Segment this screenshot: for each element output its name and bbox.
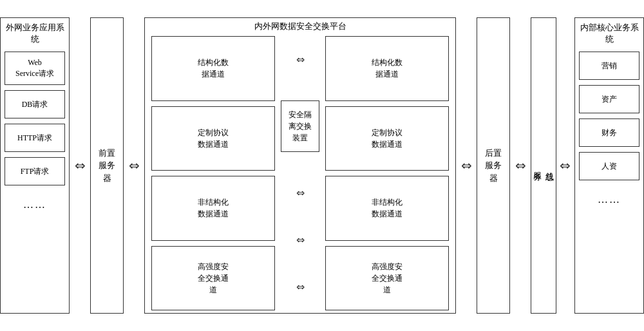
- arrow-ch1: ⇔: [296, 187, 305, 199]
- arrow-front-to-platform: ⇔: [125, 158, 143, 173]
- security-device: 安全隔离交换装置: [281, 100, 319, 152]
- left-channels: 结构化数据通道 定制协议数据通道 非结构化数据通道 高强度安全交换通道: [149, 36, 278, 310]
- left-channel-1: 定制协议数据通道: [151, 106, 275, 171]
- arrow-platform-to-back: ⇔: [457, 158, 475, 173]
- right-channel-2: 非结构化数据通道: [325, 176, 449, 241]
- right-item-3: 人资: [579, 152, 639, 180]
- channels-wrapper: 结构化数据通道 定制协议数据通道 非结构化数据通道 高强度安全交换通道 ⇔ 安全…: [149, 36, 451, 310]
- arrow-ch2: ⇔: [296, 234, 305, 246]
- platform: 内外网数据安全交换平台 结构化数据通道 定制协议数据通道 非结构化数据通道 高强…: [144, 17, 456, 314]
- right-item-2: 财务: [579, 118, 639, 147]
- left-channel-3: 高强度安全交换通道: [151, 246, 275, 311]
- left-item-1: DB请求: [5, 90, 65, 118]
- right-channel-1: 定制协议数据通道: [325, 106, 449, 171]
- left-item-2: HTTP请求: [5, 124, 65, 152]
- arrow-left-to-front: ⇔: [71, 158, 89, 173]
- left-panel-title: 外网业务应用系统: [5, 22, 65, 45]
- diagonal-arrows-icon: ⇔: [556, 17, 573, 314]
- left-item-3: FTP请求: [5, 157, 65, 185]
- right-channel-3: 高强度安全交换通道: [325, 246, 449, 311]
- left-channel-0: 结构化数据通道: [151, 36, 275, 101]
- left-item-4: ……: [5, 191, 65, 219]
- diagram: 外网业务应用系统 WebService请求 DB请求 HTTP请求 FTP请求 …: [0, 0, 644, 331]
- right-item-0: 营销: [579, 52, 639, 80]
- right-channel-0: 结构化数据通道: [325, 36, 449, 101]
- right-channels: 结构化数据通道 定制协议数据通道 非结构化数据通道 高强度安全交换通道: [323, 36, 451, 310]
- service-bus: 服务总线: [531, 17, 556, 314]
- left-channel-2: 非结构化数据通道: [151, 176, 275, 241]
- left-item-0: WebService请求: [5, 52, 65, 85]
- left-items: WebService请求 DB请求 HTTP请求 FTP请求 ……: [5, 52, 65, 219]
- back-server: 后置服务器: [477, 17, 510, 314]
- right-panel: 内部核心业务系统 营销 资产 财务 人资 ……: [574, 17, 644, 314]
- left-panel: 外网业务应用系统 WebService请求 DB请求 HTTP请求 FTP请求 …: [0, 17, 70, 314]
- arrow-ch0: ⇔: [296, 53, 305, 66]
- front-server: 前置服务器: [90, 17, 124, 314]
- right-items: 营销 资产 财务 人资 ……: [579, 52, 639, 214]
- platform-title: 内外网数据安全交换平台: [149, 21, 451, 32]
- arrow-back-to-bus: ⇔: [511, 158, 529, 173]
- middle-col: ⇔ 安全隔离交换装置 ⇔ ⇔ ⇔: [278, 36, 323, 310]
- right-item-1: 资产: [579, 85, 639, 113]
- right-panel-title: 内部核心业务系统: [579, 22, 639, 45]
- arrow-ch3: ⇔: [296, 281, 305, 293]
- right-item-4: ……: [579, 185, 639, 214]
